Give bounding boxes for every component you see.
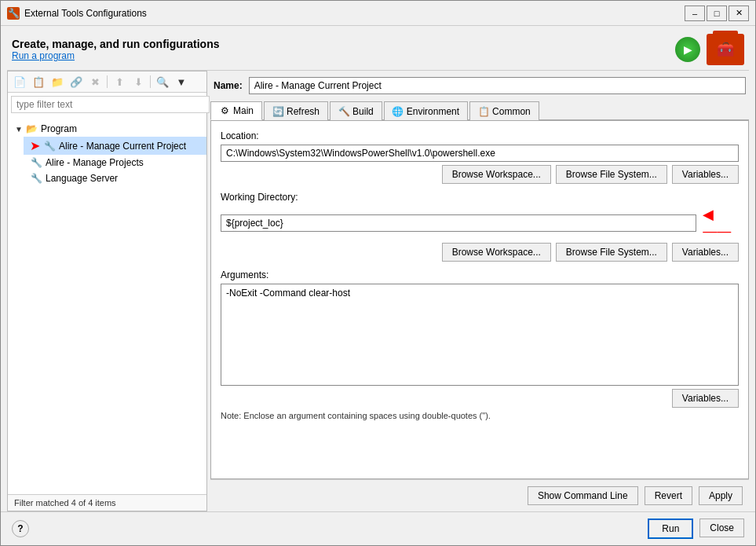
manage-projects-label: Alire - Manage Projects [46, 157, 144, 168]
program-label: Program [41, 123, 77, 134]
left-toolbar: 📄 📋 📁 🔗 ✖ ⬆ ⬇ 🔍 ▼ [8, 71, 206, 93]
move-up-button[interactable]: ⬆ [111, 74, 128, 90]
working-dir-variables-button[interactable]: Variables... [672, 243, 739, 262]
arguments-variables-button[interactable]: Variables... [672, 389, 739, 408]
window-icon: 🔧 [7, 7, 20, 20]
tab-refresh-label: Refresh [287, 106, 320, 117]
location-buttons: Browse Workspace... Browse File System..… [221, 165, 739, 184]
tree-children: ➤ 🔧 Alire - Manage Current Project 🔧 Ali… [8, 137, 206, 186]
location-variables-button[interactable]: Variables... [672, 165, 739, 184]
close-button[interactable]: Close [699, 519, 744, 537]
header-left: Create, manage, and run configurations R… [12, 38, 220, 61]
filter-dropdown-button[interactable]: ▼ [173, 74, 190, 90]
run-icon: ▶ [675, 37, 700, 62]
arguments-buttons: Variables... [221, 389, 739, 408]
location-browse-fs-button[interactable]: Browse File System... [556, 165, 667, 184]
right-panel: Name: ⚙ Main 🔄 Refresh 🔨 Build 🌐 [210, 71, 749, 511]
tree-item-manage-current[interactable]: ➤ 🔧 Alire - Manage Current Project [24, 137, 206, 155]
name-row: Name: [210, 71, 749, 101]
left-panel: 📄 📋 📁 🔗 ✖ ⬆ ⬇ 🔍 ▼ ▼ 📂 Program [7, 71, 207, 511]
arguments-note: Note: Enclose an argument containing spa… [221, 411, 739, 420]
tab-environment[interactable]: 🌐 Environment [384, 101, 468, 120]
main-tab-icon: ⚙ [219, 105, 230, 116]
tabs-row: ⚙ Main 🔄 Refresh 🔨 Build 🌐 Environment 📋 [210, 101, 749, 120]
arguments-label: Arguments: [221, 269, 739, 280]
copy-config-button[interactable]: 📋 [30, 74, 47, 90]
run-program-link[interactable]: Run a program [12, 50, 75, 61]
tab-main-label: Main [233, 105, 254, 116]
working-dir-buttons: Browse Workspace... Browse File System..… [221, 243, 739, 262]
toolbox-icon: 🧰 [707, 34, 744, 65]
apply-button[interactable]: Apply [699, 486, 743, 505]
footer-bar: ? Run Close [1, 511, 755, 545]
config-icon-1: 🔧 [43, 140, 56, 152]
window-controls: – □ ✕ [685, 5, 749, 21]
tab-common[interactable]: 📋 Common [469, 101, 539, 120]
name-label: Name: [214, 80, 243, 91]
toolbar-separator-1 [107, 75, 108, 88]
new-config-button[interactable]: 📄 [11, 74, 28, 90]
working-dir-input[interactable] [221, 214, 696, 232]
delete-button[interactable]: ✖ [86, 74, 104, 90]
move-down-button[interactable]: ⬇ [130, 74, 147, 90]
working-dir-arrow: ◀—— [703, 206, 739, 240]
tab-common-label: Common [492, 106, 531, 117]
selection-arrow: ➤ [30, 138, 40, 153]
location-label: Location: [221, 130, 739, 141]
tree-view: ▼ 📂 Program ➤ 🔧 Alire - Manage Current P… [8, 116, 206, 494]
browse-button[interactable]: 📁 [49, 74, 66, 90]
tree-item-program[interactable]: ▼ 📂 Program [8, 121, 206, 137]
revert-button[interactable]: Revert [645, 486, 692, 505]
bottom-actions: Show Command Line Revert Apply [210, 479, 749, 511]
location-browse-workspace-button[interactable]: Browse Workspace... [442, 165, 551, 184]
help-button[interactable]: ? [12, 520, 29, 537]
minimize-button[interactable]: – [685, 5, 705, 21]
header-title: Create, manage, and run configurations [12, 38, 220, 50]
env-tab-icon: 🌐 [393, 106, 404, 117]
refresh-tab-icon: 🔄 [272, 106, 283, 117]
location-group: Location: Browse Workspace... Browse Fil… [221, 130, 739, 184]
footer-buttons: Run Close [648, 519, 744, 539]
filter-button[interactable]: 🔍 [154, 74, 171, 90]
language-server-label: Language Server [46, 173, 118, 184]
common-tab-icon: 📋 [478, 106, 489, 117]
title-bar: 🔧 External Tools Configurations – □ ✕ [1, 1, 755, 26]
filter-input[interactable] [11, 96, 210, 113]
status-bar: Filter matched 4 of 4 items [8, 494, 206, 511]
name-input[interactable] [249, 77, 746, 94]
program-folder-icon: 📂 [25, 123, 38, 135]
config-icon-2: 🔧 [30, 156, 42, 169]
tab-refresh[interactable]: 🔄 Refresh [264, 101, 328, 120]
arguments-textarea-wrapper: -NoExit -Command clear-host [221, 284, 739, 386]
main-window: 🔧 External Tools Configurations – □ ✕ Cr… [0, 0, 756, 546]
tree-group-program: ▼ 📂 Program ➤ 🔧 Alire - Manage Current P… [8, 119, 206, 188]
filter-status: Filter matched 4 of 4 items [14, 498, 116, 508]
tree-item-manage-projects[interactable]: 🔧 Alire - Manage Projects [24, 155, 206, 170]
unknown-button[interactable]: 🔗 [68, 74, 85, 90]
window-title: External Tools Configurations [24, 8, 685, 19]
tab-build-label: Build [352, 106, 374, 117]
tree-item-language-server[interactable]: 🔧 Language Server [24, 170, 206, 186]
working-dir-browse-fs-button[interactable]: Browse File System... [556, 243, 667, 262]
header-section: Create, manage, and run configurations R… [1, 26, 755, 70]
arguments-group: Arguments: -NoExit -Command clear-host V… [221, 269, 739, 420]
tab-main[interactable]: ⚙ Main [210, 101, 262, 120]
close-window-button[interactable]: ✕ [729, 5, 749, 21]
maximize-button[interactable]: □ [707, 5, 727, 21]
build-tab-icon: 🔨 [338, 106, 349, 117]
toolbar-separator-2 [150, 75, 151, 88]
config-icon-3: 🔧 [30, 172, 42, 185]
tab-build[interactable]: 🔨 Build [330, 101, 382, 120]
expand-icon: ▼ [14, 124, 24, 134]
working-dir-group: Working Directory: ◀—— Browse Workspace.… [221, 192, 739, 262]
working-dir-browse-workspace-button[interactable]: Browse Workspace... [442, 243, 551, 262]
show-command-line-button[interactable]: Show Command Line [528, 486, 638, 505]
working-dir-input-row: ◀—— [221, 206, 739, 240]
manage-current-label: Alire - Manage Current Project [59, 141, 186, 152]
tab-environment-label: Environment [407, 106, 459, 117]
main-content: 📄 📋 📁 🔗 ✖ ⬆ ⬇ 🔍 ▼ ▼ 📂 Program [7, 70, 749, 511]
location-input[interactable] [221, 145, 739, 162]
run-button[interactable]: Run [648, 519, 693, 539]
config-panel: Location: Browse Workspace... Browse Fil… [210, 120, 749, 479]
arguments-textarea[interactable]: -NoExit -Command clear-host [221, 284, 739, 386]
